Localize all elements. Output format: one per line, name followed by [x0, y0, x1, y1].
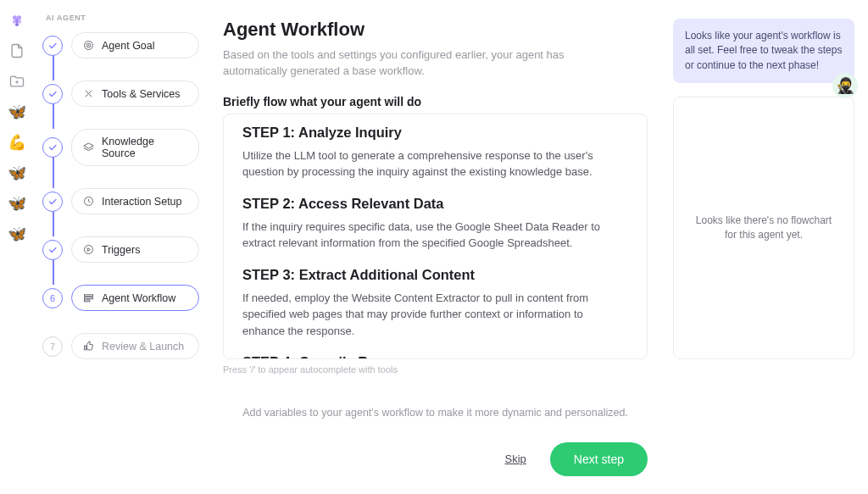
step-check-icon: [42, 84, 63, 104]
workflow-step-title: STEP 1: Analyze Inquiry: [242, 125, 608, 141]
workflow-step-title: STEP 3: Extract Additional Content: [242, 267, 608, 283]
step-number-badge: 7: [42, 336, 63, 357]
footer-actions: Skip Next step: [223, 442, 648, 493]
autocomplete-hint: Press '/' to appear autocomplete with to…: [223, 364, 648, 375]
step-label: Agent Goal: [102, 40, 155, 52]
assistant-toast: Looks like your agent's workflow is all …: [673, 19, 854, 83]
knowledge-icon: [82, 142, 95, 154]
step-label: Interaction Setup: [102, 196, 182, 208]
step-tools-services[interactable]: Tools & Services: [42, 80, 199, 107]
right-panel: Looks like your agent's workflow is all …: [673, 0, 868, 494]
step-triggers[interactable]: Triggers: [42, 236, 199, 263]
interaction-icon: [82, 195, 95, 208]
svg-point-3: [13, 20, 16, 24]
target-icon: [82, 39, 95, 52]
step-interaction-setup[interactable]: Interaction Setup: [42, 188, 199, 214]
svg-rect-11: [85, 295, 93, 297]
flowchart-preview: Looks like there's no flowchart for this…: [673, 97, 854, 359]
step-label: Triggers: [102, 244, 140, 256]
page-title: Agent Workflow: [223, 19, 648, 41]
step-label: Review & Launch: [102, 341, 184, 352]
arm-icon[interactable]: 💪: [8, 134, 25, 151]
folder-add-icon[interactable]: [8, 73, 25, 90]
workflow-icon: [82, 291, 95, 304]
svg-point-0: [13, 15, 17, 19]
svg-point-1: [17, 15, 21, 19]
step-agent-goal[interactable]: Agent Goal: [42, 32, 199, 58]
butterfly-icon-1[interactable]: 🦋: [8, 103, 25, 120]
step-number-badge: 6: [42, 288, 63, 308]
svg-rect-13: [85, 300, 90, 302]
mascot-avatar-icon: 🥷: [832, 73, 858, 98]
svg-point-7: [86, 43, 91, 47]
skip-link[interactable]: Skip: [505, 452, 526, 465]
left-icon-rail: 🦋 💪 🦋 🦋 🦋: [0, 0, 34, 494]
svg-point-10: [85, 246, 93, 254]
step-label: Tools & Services: [102, 88, 180, 100]
page-subtitle: Based on the tools and settings you conf…: [223, 47, 613, 80]
butterfly-icon-2[interactable]: 🦋: [8, 164, 25, 181]
grape-logo-icon[interactable]: [8, 12, 25, 29]
workflow-editor[interactable]: STEP 1: Analyze Inquiry Utilize the LLM …: [223, 114, 648, 359]
triggers-icon: [82, 243, 95, 256]
steps-list: Agent Goal Tools & Services Knowledge So…: [42, 32, 199, 359]
thumbs-up-icon: [82, 340, 95, 352]
brief-flow-label: Briefly flow what your agent will do: [223, 95, 648, 108]
workflow-step-body: Utilize the LLM tool to generate a compr…: [242, 147, 608, 180]
step-check-icon: [42, 137, 63, 158]
variables-hint: Add variables to your agent's workflow t…: [223, 407, 648, 419]
workflow-step-body: If needed, employ the Website Content Ex…: [242, 290, 608, 340]
step-knowledge-source[interactable]: Knowledge Source: [42, 129, 199, 166]
svg-point-5: [15, 23, 19, 26]
step-label: Knowledge Source: [102, 136, 188, 159]
step-agent-workflow[interactable]: 6 Agent Workflow: [42, 285, 199, 311]
step-check-icon: [42, 36, 63, 56]
svg-rect-12: [85, 297, 93, 299]
step-review-launch[interactable]: 7 Review & Launch: [42, 333, 199, 359]
toast-text: Looks like your agent's workflow is all …: [685, 30, 842, 71]
flowchart-empty-text: Looks like there's no flowchart for this…: [691, 214, 837, 243]
workflow-step-title: STEP 2: Access Relevant Data: [242, 196, 608, 212]
svg-point-4: [18, 20, 21, 24]
butterfly-icon-3[interactable]: 🦋: [8, 195, 25, 212]
document-icon[interactable]: [8, 42, 25, 59]
workflow-step-body: If the inquiry requires specific data, u…: [242, 219, 608, 252]
butterfly-icon-4[interactable]: 🦋: [8, 225, 25, 242]
workflow-step-title: STEP 4: Compile Response: [242, 354, 608, 359]
step-check-icon: [42, 191, 63, 212]
steps-sidebar: AI AGENT Agent Goal Tools & Services Kno…: [34, 0, 199, 494]
svg-point-6: [85, 42, 93, 50]
step-check-icon: [42, 240, 63, 260]
tools-icon: [82, 87, 95, 100]
main-content: Agent Workflow Based on the tools and se…: [199, 0, 673, 494]
steps-section-header: AI AGENT: [46, 14, 199, 22]
svg-point-8: [88, 45, 89, 46]
step-label: Agent Workflow: [102, 292, 175, 304]
next-step-button[interactable]: Next step: [550, 442, 648, 476]
